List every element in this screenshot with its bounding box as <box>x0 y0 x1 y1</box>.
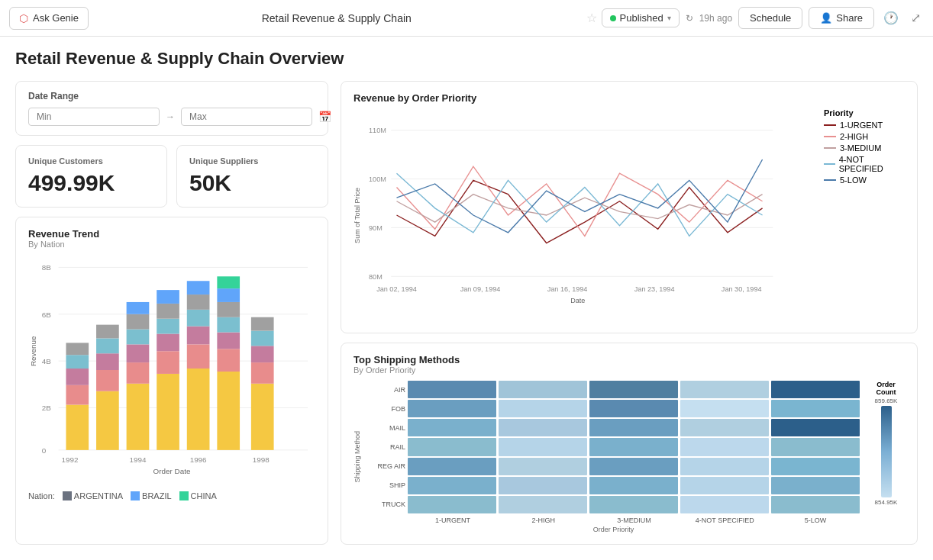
heatmap-row-rail: RAIL <box>367 443 405 451</box>
unique-customers-value: 499.99K <box>28 170 154 196</box>
svg-rect-38 <box>187 281 210 294</box>
history-icon[interactable]: 🕐 <box>880 8 902 28</box>
svg-rect-34 <box>187 344 210 369</box>
svg-rect-15 <box>66 343 89 355</box>
svg-rect-12 <box>66 385 89 405</box>
unique-customers-label: Unique Customers <box>28 156 154 166</box>
svg-text:80M: 80M <box>369 273 383 281</box>
date-min-input[interactable] <box>28 108 160 126</box>
svg-text:100M: 100M <box>369 175 386 183</box>
svg-rect-11 <box>66 405 89 450</box>
svg-text:Jan 30, 1994: Jan 30, 1994 <box>722 285 762 293</box>
svg-text:90M: 90M <box>369 224 383 232</box>
svg-text:Revenue: Revenue <box>29 336 37 366</box>
svg-rect-41 <box>217 333 240 349</box>
heatmap-legend-min: 854.95K <box>875 499 898 506</box>
revenue-priority-title: Revenue by Order Priority <box>354 92 476 104</box>
col-label-high: 2-HIGH <box>499 517 588 524</box>
left-column: Date Range → 📅 Unique Customers 499.99K … <box>15 81 328 545</box>
svg-rect-17 <box>96 370 119 391</box>
svg-text:Jan 23, 1994: Jan 23, 1994 <box>634 285 675 293</box>
legend-item-medium: 3-MEDIUM <box>824 143 905 153</box>
svg-text:Jan 02, 1994: Jan 02, 1994 <box>376 285 417 293</box>
svg-rect-13 <box>66 369 89 385</box>
revenue-trend-card: Revenue Trend By Nation 8B 6B 4B 2B 0 <box>15 217 328 545</box>
col-label-urgent: 1-URGENT <box>408 517 497 524</box>
refresh-icon: ↻ <box>686 13 693 24</box>
svg-rect-18 <box>96 353 119 370</box>
unique-suppliers-label: Unique Suppliers <box>189 156 315 166</box>
svg-rect-31 <box>157 304 179 319</box>
svg-rect-32 <box>157 290 179 304</box>
svg-rect-43 <box>217 302 240 317</box>
svg-rect-50 <box>251 317 274 331</box>
chevron-down-icon: ▾ <box>667 14 671 22</box>
svg-rect-21 <box>127 384 150 450</box>
published-badge[interactable]: Published ▾ <box>602 8 680 27</box>
svg-text:Jan 16, 1994: Jan 16, 1994 <box>547 285 588 293</box>
svg-rect-44 <box>217 288 240 302</box>
svg-rect-20 <box>96 325 119 339</box>
favorite-icon[interactable]: ☆ <box>586 11 597 25</box>
heatmap-legend-title: Order Count <box>867 381 905 396</box>
svg-rect-29 <box>157 334 179 352</box>
svg-text:6B: 6B <box>42 311 51 319</box>
svg-rect-48 <box>251 346 274 362</box>
svg-rect-27 <box>157 374 179 450</box>
svg-rect-46 <box>251 384 274 450</box>
date-range-card: Date Range → 📅 <box>15 81 328 136</box>
svg-text:Order Date: Order Date <box>153 467 191 475</box>
date-arrow-icon: → <box>166 111 175 122</box>
svg-rect-40 <box>217 349 240 372</box>
content-grid: Date Range → 📅 Unique Customers 499.99K … <box>15 81 918 542</box>
svg-text:0: 0 <box>42 446 47 455</box>
calendar-icon[interactable]: 📅 <box>318 111 331 123</box>
svg-rect-49 <box>251 331 274 346</box>
legend-item-not-specified: 4-NOT SPECIFIED <box>824 155 905 173</box>
share-button[interactable]: 👤 Share <box>809 7 874 29</box>
svg-text:8B: 8B <box>42 263 51 272</box>
svg-text:1996: 1996 <box>190 455 207 464</box>
svg-rect-23 <box>127 344 150 362</box>
shipping-heatmap-card: Top Shipping Methods By Order Priority S… <box>341 343 918 545</box>
time-ago-label: 19h ago <box>699 13 732 24</box>
priority-legend-title: Priority <box>824 108 905 117</box>
ask-genie-button[interactable]: ⬡ Ask Genie <box>9 7 89 30</box>
dashboard-title: Retail Revenue & Supply Chain <box>95 12 579 24</box>
svg-text:110M: 110M <box>369 127 386 134</box>
page-title: Retail Revenue & Supply Chain Overview <box>15 49 918 69</box>
svg-rect-26 <box>127 302 150 314</box>
unique-customers-card: Unique Customers 499.99K <box>15 145 167 208</box>
svg-text:1992: 1992 <box>61 455 78 464</box>
schedule-button[interactable]: Schedule <box>738 7 802 29</box>
heatmap-legend-max: 859.65K <box>875 397 898 404</box>
svg-rect-39 <box>217 372 240 450</box>
share-icon: 👤 <box>820 12 832 24</box>
published-status-dot <box>610 15 616 21</box>
topbar: ⬡ Ask Genie Retail Revenue & Supply Chai… <box>0 0 933 37</box>
svg-text:4B: 4B <box>42 357 51 365</box>
svg-rect-30 <box>157 319 179 334</box>
col-label-not-specified: 4-NOT SPECIFIED <box>680 517 769 524</box>
nation-label: Nation: <box>28 491 55 500</box>
svg-rect-47 <box>251 362 274 384</box>
heatmap-x-title: Order Priority <box>367 526 860 533</box>
heatmap-y-title: Shipping Method <box>354 431 361 483</box>
line-chart-svg: 110M 100M 90M 80M <box>369 108 815 322</box>
svg-rect-14 <box>66 355 89 369</box>
svg-rect-28 <box>157 351 179 374</box>
metrics-row: Unique Customers 499.99K Unique Supplier… <box>15 145 328 208</box>
date-range-inputs: → 📅 <box>28 108 315 126</box>
right-column: Revenue by Order Priority Sum of Total P… <box>341 81 918 545</box>
date-max-input[interactable] <box>181 108 312 126</box>
nation-dot-china: CHINA <box>179 491 217 500</box>
bar-chart-svg: 8B 6B 4B 2B 0 Revenue <box>28 252 315 488</box>
svg-text:Jan 09, 1994: Jan 09, 1994 <box>460 285 501 293</box>
line-chart-y-title: Sum of Total Price <box>354 188 361 243</box>
heatmap-row-regair: REG AIR <box>367 462 405 470</box>
fullscreen-icon[interactable]: ⤢ <box>908 8 924 28</box>
heatmap-row-fob: FOB <box>367 405 405 413</box>
unique-suppliers-value: 50K <box>189 170 315 196</box>
svg-text:2B: 2B <box>42 404 51 412</box>
revenue-priority-card: Revenue by Order Priority Sum of Total P… <box>341 81 918 333</box>
